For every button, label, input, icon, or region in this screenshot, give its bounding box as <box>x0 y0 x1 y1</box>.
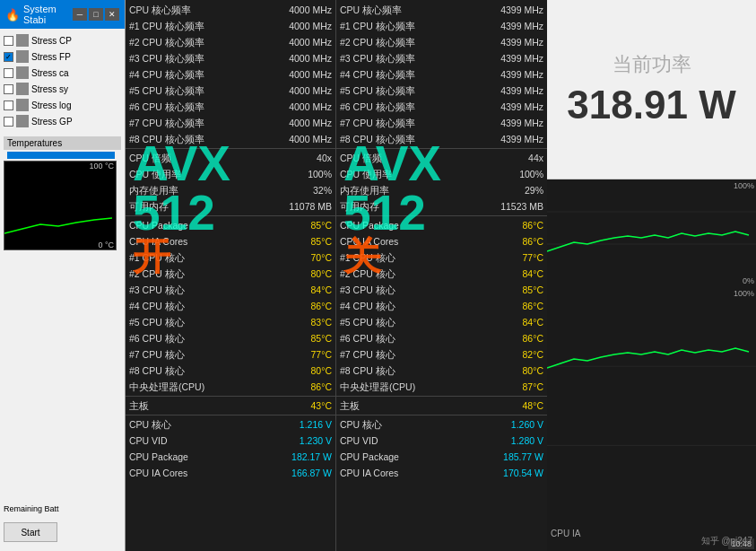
row-label: #8 CPU 核心 <box>340 363 395 378</box>
row-label: #2 CPU 核心频率 <box>340 35 415 49</box>
row-label: CPU 倍频 <box>129 151 171 165</box>
title-bar: 🔥 System Stabi ─ □ ✕ <box>0 0 125 29</box>
stress-cpu-checkbox[interactable] <box>4 36 13 46</box>
row-value: 4000 MHz <box>289 67 332 82</box>
stress-cpu-label: Stress CP <box>31 36 72 46</box>
row-value: 1.216 V <box>300 417 332 432</box>
left-data-row: CPU 倍频40x <box>126 150 335 166</box>
left-data-row: CPU Package85°C <box>126 217 335 233</box>
right-data-row: CPU 核心1.260 V <box>336 416 547 433</box>
row-value: 77°C <box>311 347 332 362</box>
row-label: #3 CPU 核心 <box>129 283 185 297</box>
stress-log-item[interactable]: Stress log <box>0 97 125 113</box>
stress-gpu-item[interactable]: Stress GP <box>0 113 125 129</box>
right-data-row: #3 CPU 核心频率4399 MHz <box>336 50 547 66</box>
row-value: 84°C <box>523 267 543 281</box>
row-value: 44x <box>528 151 543 165</box>
row-value: 85°C <box>311 218 332 232</box>
stress-log-checkbox[interactable] <box>4 101 13 110</box>
row-label: #5 CPU 核心 <box>129 315 185 329</box>
usage-graph-svg <box>547 179 756 287</box>
row-label: #2 CPU 核心 <box>129 267 185 281</box>
cpu-ia-label: CPU IA <box>551 529 580 538</box>
temp-progress-bar <box>7 152 115 159</box>
graph-100-label: 100% <box>734 181 754 190</box>
stress-fpu-item[interactable]: ✓ Stress FP <box>0 48 125 65</box>
left-data-rows: CPU 核心频率4000 MHz#1 CPU 核心频率4000 MHz#2 CP… <box>126 2 335 481</box>
row-label: CPU VID <box>129 433 168 448</box>
row-value: 32% <box>313 183 332 197</box>
right-data-row: #6 CPU 核心频率4399 MHz <box>336 99 547 115</box>
row-label: CPU Package <box>129 450 188 464</box>
right-data-row: #3 CPU 核心85°C <box>336 282 547 298</box>
right-panel: 当前功率 318.91 W 100% 0% 100% 0% <box>547 0 756 551</box>
row-label: CPU 使用率 <box>129 167 181 181</box>
row-label: 可用内存 <box>129 199 169 214</box>
log-icon <box>16 99 29 111</box>
row-label: CPU 倍频 <box>340 151 382 165</box>
row-value: 100% <box>308 167 332 181</box>
stress-fpu-checkbox[interactable]: ✓ <box>4 52 13 62</box>
stress-gpu-label: Stress GP <box>31 117 73 127</box>
row-label: #1 CPU 核心频率 <box>129 19 204 33</box>
left-data-row: #5 CPU 核心83°C <box>126 314 335 330</box>
stress-sys-checkbox[interactable] <box>4 84 13 94</box>
right-data-row: #4 CPU 核心86°C <box>336 298 547 314</box>
data-columns: AVX 512 开 CPU 核心频率4000 MHz#1 CPU 核心频率400… <box>126 0 547 551</box>
row-label: CPU 使用率 <box>340 167 392 181</box>
svg-rect-0 <box>547 179 756 287</box>
row-value: 4399 MHz <box>500 116 543 130</box>
sidebar: 🔥 System Stabi ─ □ ✕ Stress CP ✓ Stress … <box>0 0 126 551</box>
row-label: #6 CPU 核心频率 <box>340 100 415 114</box>
stress-sys-item[interactable]: Stress sy <box>0 81 125 97</box>
row-value: 1.260 V <box>511 417 543 432</box>
left-data-row: #1 CPU 核心70°C <box>126 249 335 266</box>
left-data-row: #3 CPU 核心84°C <box>126 282 335 298</box>
left-data-row: CPU Package182.17 W <box>126 449 335 465</box>
close-button[interactable]: ✕ <box>105 8 119 21</box>
right-data-row: #1 CPU 核心77°C <box>336 249 547 266</box>
row-value: 70°C <box>311 250 332 265</box>
right-data-row: #7 CPU 核心82°C <box>336 346 547 363</box>
main-data-area: AVX 512 开 CPU 核心频率4000 MHz#1 CPU 核心频率400… <box>126 0 547 551</box>
start-button[interactable]: Start <box>4 522 57 542</box>
right-data-row: #8 CPU 核心频率4399 MHz <box>336 131 547 147</box>
row-value: 86°C <box>523 234 543 249</box>
right-data-row: CPU 使用率100% <box>336 166 547 182</box>
row-value: 1.230 V <box>300 433 332 448</box>
right-data-column: AVX 512 关 CPU 核心频率4399 MHz#1 CPU 核心频率439… <box>336 0 547 551</box>
row-value: 4000 MHz <box>289 132 332 146</box>
right-data-row: #2 CPU 核心84°C <box>336 266 547 282</box>
left-data-row: 内存使用率32% <box>126 182 335 198</box>
stress-cache-item[interactable]: Stress ca <box>0 65 125 81</box>
row-label: 中央处理器(CPU) <box>340 380 415 394</box>
power-label: 当前功率 <box>613 51 691 78</box>
row-label: #4 CPU 核心 <box>129 299 185 313</box>
temperatures-section: Temperatures 100 °C 0 °C <box>0 133 125 254</box>
row-label: CPU IA Cores <box>340 234 398 249</box>
right-data-rows: CPU 核心频率4399 MHz#1 CPU 核心频率4399 MHz#2 CP… <box>336 2 547 481</box>
left-data-row: #6 CPU 核心频率4000 MHz <box>126 99 335 115</box>
right-data-row: #5 CPU 核心频率4399 MHz <box>336 83 547 99</box>
row-label: #8 CPU 核心频率 <box>129 132 204 146</box>
row-label: #8 CPU 核心频率 <box>340 132 415 146</box>
right-data-row: #7 CPU 核心频率4399 MHz <box>336 115 547 131</box>
row-value: 185.77 W <box>503 450 543 464</box>
right-data-row: CPU VID1.280 V <box>336 433 547 449</box>
graph-area: 100% 0% 100% 0% 10:48 CPU IA <box>547 179 756 551</box>
minimize-button[interactable]: ─ <box>73 8 87 21</box>
row-value: 48°C <box>523 398 543 413</box>
stress-cache-checkbox[interactable] <box>4 68 13 78</box>
row-value: 170.54 W <box>503 466 543 480</box>
row-value: 4000 MHz <box>289 116 332 130</box>
left-data-row: #7 CPU 核心频率4000 MHz <box>126 115 335 131</box>
stress-gpu-checkbox[interactable] <box>4 117 13 127</box>
stress-cpu-item[interactable]: Stress CP <box>0 32 125 48</box>
left-data-row: #6 CPU 核心85°C <box>126 330 335 346</box>
left-data-row: 主板43°C <box>126 398 335 414</box>
row-value: 40x <box>317 151 332 165</box>
cpu-ia-graph: 100% 0% 10:48 CPU IA <box>547 287 756 551</box>
row-value: 4000 MHz <box>289 35 332 49</box>
right-data-row: CPU 倍频44x <box>336 150 547 166</box>
maximize-button[interactable]: □ <box>89 8 103 21</box>
